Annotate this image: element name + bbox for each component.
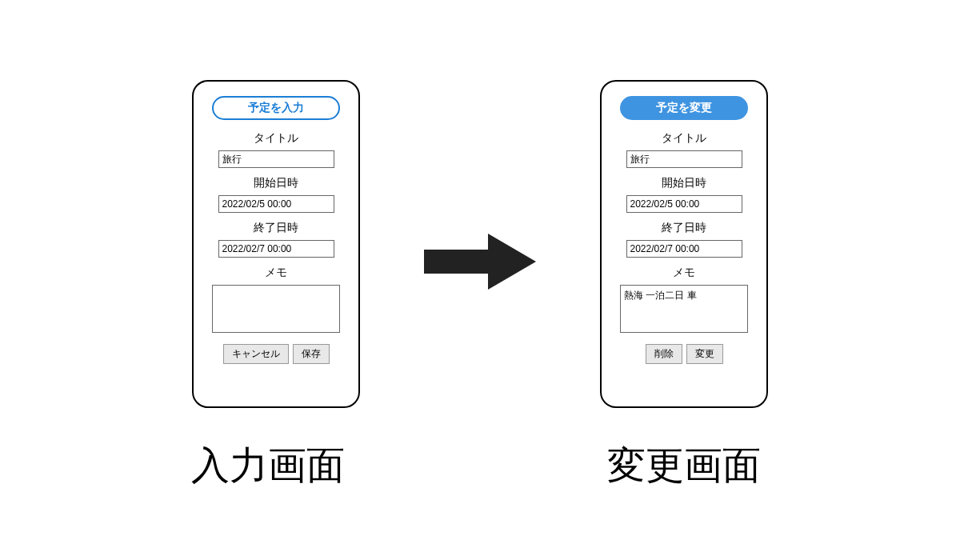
change-header-pill: 予定を変更 (620, 96, 748, 120)
change-button[interactable]: 変更 (686, 344, 723, 364)
change-memo-label: メモ (673, 266, 695, 280)
change-header-text: 予定を変更 (656, 101, 712, 115)
change-memo-field[interactable] (620, 285, 748, 333)
input-caption: 入力画面 (191, 440, 345, 491)
change-title-label: タイトル (662, 131, 706, 146)
change-title-field[interactable] (626, 150, 742, 168)
input-title-group: タイトル (218, 131, 334, 168)
input-memo-label: メモ (265, 266, 287, 280)
diagram-container: 予定を入力 タイトル 開始日時 終了日時 メモ キャンセル 保存 (0, 0, 960, 491)
change-start-group: 開始日時 (626, 176, 742, 213)
change-end-field[interactable] (626, 240, 742, 258)
input-screen-wrapper: 予定を入力 タイトル 開始日時 終了日時 メモ キャンセル 保存 (192, 80, 360, 491)
change-memo-group: メモ (620, 266, 748, 333)
input-memo-field[interactable] (212, 285, 340, 333)
input-end-group: 終了日時 (218, 221, 334, 258)
change-start-label: 開始日時 (662, 176, 706, 190)
change-phone-frame: 予定を変更 タイトル 開始日時 終了日時 メモ 削除 変更 (600, 80, 768, 408)
change-title-group: タイトル (626, 131, 742, 168)
cancel-button[interactable]: キャンセル (223, 344, 289, 364)
input-start-group: 開始日時 (218, 176, 334, 213)
input-end-label: 終了日時 (254, 221, 298, 235)
change-end-group: 終了日時 (626, 221, 742, 258)
input-memo-group: メモ (212, 266, 340, 333)
change-screen-wrapper: 予定を変更 タイトル 開始日時 終了日時 メモ 削除 変更 (600, 80, 768, 491)
input-start-field[interactable] (218, 195, 334, 213)
input-start-label: 開始日時 (254, 176, 298, 190)
arrow-wrapper (424, 230, 536, 294)
input-end-field[interactable] (218, 240, 334, 258)
input-title-field[interactable] (218, 150, 334, 168)
svg-marker-0 (424, 234, 536, 290)
change-start-field[interactable] (626, 195, 742, 213)
save-button[interactable]: 保存 (293, 344, 330, 364)
change-button-row: 削除 変更 (646, 344, 723, 364)
delete-button[interactable]: 削除 (646, 344, 682, 364)
change-caption: 変更画面 (607, 440, 761, 491)
input-header-pill: 予定を入力 (212, 96, 340, 120)
arrow-right-icon (424, 230, 536, 294)
input-header-text: 予定を入力 (248, 101, 304, 115)
input-title-label: タイトル (254, 131, 298, 146)
change-end-label: 終了日時 (662, 221, 706, 235)
input-phone-frame: 予定を入力 タイトル 開始日時 終了日時 メモ キャンセル 保存 (192, 80, 360, 408)
input-button-row: キャンセル 保存 (223, 344, 330, 364)
